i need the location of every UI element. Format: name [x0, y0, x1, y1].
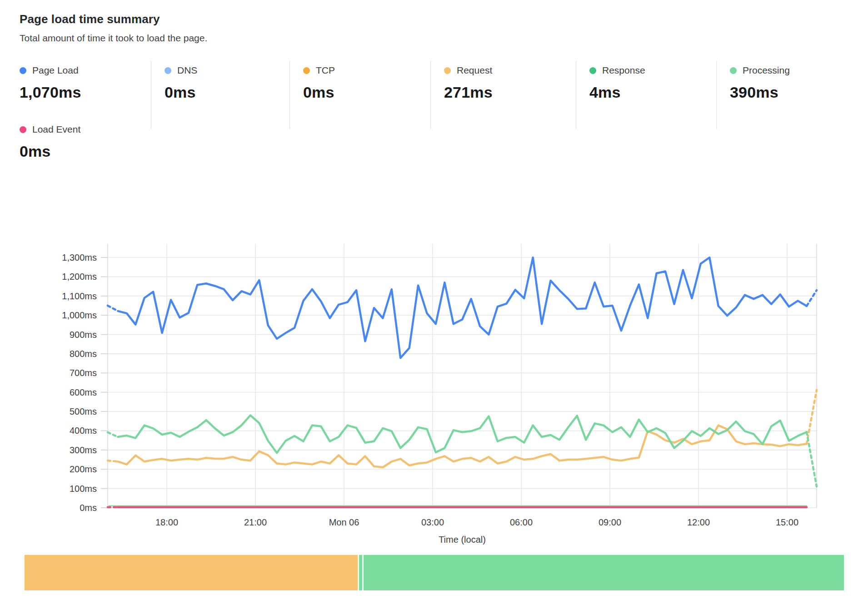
svg-text:1,000ms: 1,000ms: [62, 310, 97, 320]
page-load-summary-panel: Page load time summary Total amount of t…: [0, 0, 868, 614]
svg-text:300ms: 300ms: [70, 445, 97, 455]
metric-value: 0ms: [20, 143, 80, 160]
metric-label: Response: [602, 65, 645, 76]
metric-value: 271ms: [444, 84, 576, 101]
legend-dot-icon: [165, 67, 171, 74]
svg-text:1,100ms: 1,100ms: [62, 291, 97, 301]
metric-card-request[interactable]: Request271ms: [430, 61, 576, 129]
metric-label: Page Load: [32, 65, 79, 76]
time-range-bar[interactable]: [25, 555, 844, 590]
svg-text:18:00: 18:00: [155, 517, 178, 527]
svg-text:1,200ms: 1,200ms: [62, 272, 97, 282]
metric-value: 0ms: [165, 84, 289, 101]
svg-text:400ms: 400ms: [70, 426, 97, 436]
metric-value: 4ms: [589, 84, 716, 101]
svg-text:Mon 06: Mon 06: [329, 517, 359, 527]
metric-card-page-load[interactable]: Page Load1,070ms: [20, 61, 151, 129]
svg-text:900ms: 900ms: [70, 330, 97, 340]
svg-text:12:00: 12:00: [687, 517, 710, 527]
metric-label: Request: [457, 65, 492, 76]
legend-dot-icon: [303, 67, 310, 74]
page-title: Page load time summary: [20, 12, 207, 26]
chart-area: 0ms100ms200ms300ms400ms500ms600ms700ms80…: [0, 195, 868, 554]
svg-text:15:00: 15:00: [776, 517, 798, 527]
svg-text:500ms: 500ms: [70, 406, 97, 416]
metric-card-tcp[interactable]: TCP0ms: [289, 61, 430, 129]
time-range-bar-segment: [25, 555, 358, 590]
svg-text:Time (local): Time (local): [439, 535, 486, 545]
metric-card-dns[interactable]: DNS0ms: [151, 61, 289, 129]
timeseries-chart[interactable]: 0ms100ms200ms300ms400ms500ms600ms700ms80…: [0, 195, 868, 554]
metric-card-load-event[interactable]: Load Event 0ms: [20, 124, 80, 160]
header: Page load time summary Total amount of t…: [20, 12, 207, 44]
svg-text:600ms: 600ms: [70, 387, 97, 397]
svg-text:21:00: 21:00: [244, 517, 267, 527]
legend-dot-icon: [444, 67, 451, 74]
svg-text:1,300ms: 1,300ms: [62, 253, 97, 262]
legend-dot-icon: [730, 67, 737, 74]
metric-value: 1,070ms: [20, 84, 151, 101]
svg-text:700ms: 700ms: [70, 368, 97, 378]
legend-dot-icon: [589, 67, 596, 74]
svg-text:100ms: 100ms: [70, 484, 97, 494]
page-subtitle: Total amount of time it took to load the…: [20, 33, 207, 44]
metric-cards-row: Page Load1,070msDNS0msTCP0msRequest271ms…: [20, 61, 848, 129]
metric-value: 0ms: [303, 84, 430, 101]
svg-text:0ms: 0ms: [80, 503, 97, 513]
metric-value: 390ms: [730, 84, 848, 101]
legend-dot-icon: [20, 67, 26, 74]
metric-label: TCP: [316, 65, 335, 76]
metric-card-processing[interactable]: Processing390ms: [716, 61, 848, 129]
metric-label: DNS: [177, 65, 197, 76]
svg-text:06:00: 06:00: [510, 517, 533, 527]
time-range-bar-segment: [359, 555, 362, 590]
metric-card-response[interactable]: Response4ms: [576, 61, 716, 129]
load-event-legend-dot-icon: [20, 126, 26, 133]
metric-label: Processing: [743, 65, 790, 76]
svg-text:03:00: 03:00: [421, 517, 444, 527]
svg-text:800ms: 800ms: [70, 349, 97, 359]
time-range-bar-segment: [364, 555, 844, 590]
svg-text:200ms: 200ms: [70, 464, 97, 474]
metric-label: Load Event: [32, 124, 80, 135]
svg-text:09:00: 09:00: [599, 517, 621, 527]
